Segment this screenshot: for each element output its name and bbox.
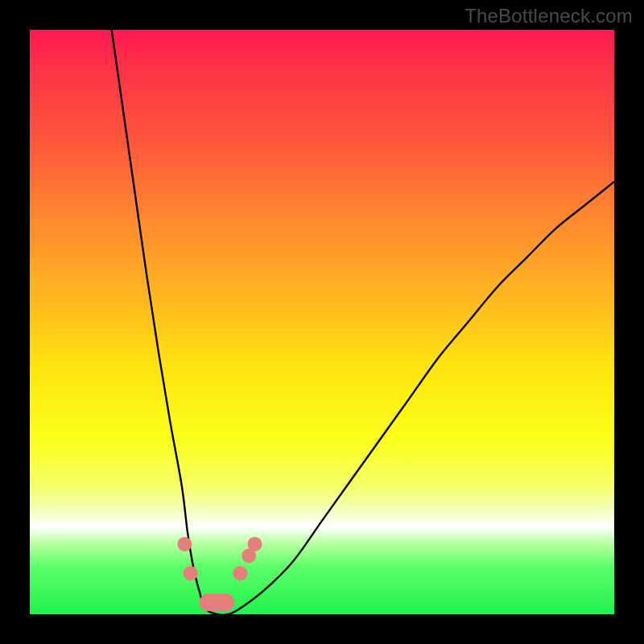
marker-layer (177, 537, 262, 611)
chart-frame: TheBottleneck.com (0, 0, 644, 644)
watermark-text: TheBottleneck.com (464, 5, 633, 27)
curve-marker-dot (248, 537, 262, 551)
curve-marker-bar (200, 594, 235, 612)
curve-marker-dot (184, 566, 198, 580)
curve-marker-dot (233, 566, 247, 580)
bottleneck-curve (112, 30, 614, 614)
curve-marker-dot (177, 537, 192, 551)
plot-area (30, 30, 614, 614)
bottleneck-curve-svg (30, 30, 614, 614)
